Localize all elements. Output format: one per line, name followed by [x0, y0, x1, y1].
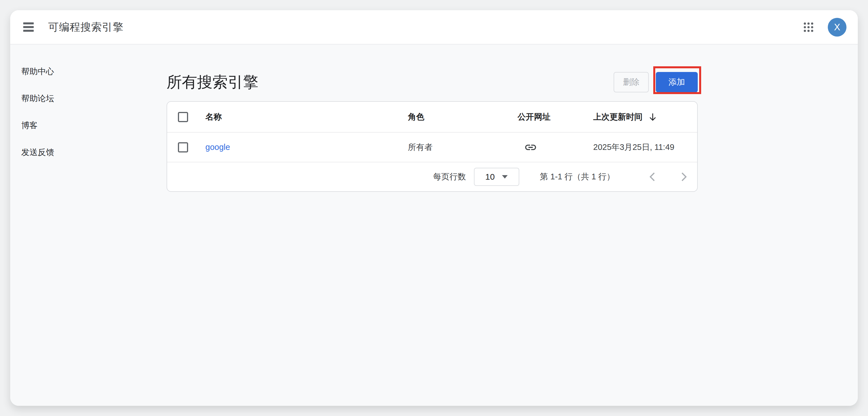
table-row: google 所有者 2025年3月25日, 11:49 [167, 132, 697, 162]
pagination-range-text: 第 1-1 行（共 1 行） [540, 171, 615, 182]
column-header-role: 角色 [408, 111, 518, 123]
engine-last-updated: 2025年3月25日, 11:49 [593, 142, 697, 153]
sidebar-item-help-forum[interactable]: 帮助论坛 [21, 85, 140, 112]
table-pagination: 每页行数 10 第 1-1 行（共 1 行） [167, 162, 697, 191]
next-page-button[interactable] [677, 171, 690, 183]
main-panel: 所有搜索引擎 删除 添加 名称 角色 公开网址 上次更新时间 [166, 44, 698, 192]
column-header-name: 名称 [206, 111, 408, 123]
engine-role: 所有者 [408, 142, 518, 153]
sidebar: 帮助中心 帮助论坛 博客 发送反馈 [21, 58, 140, 166]
column-header-last-updated[interactable]: 上次更新时间 [593, 111, 697, 123]
search-engines-table: 名称 角色 公开网址 上次更新时间 google [166, 101, 698, 192]
sidebar-item-help-center[interactable]: 帮助中心 [21, 58, 140, 85]
add-button[interactable]: 添加 [656, 72, 698, 92]
sidebar-item-blog[interactable]: 博客 [21, 112, 140, 139]
previous-page-button[interactable] [647, 171, 659, 183]
apps-grid-icon[interactable] [802, 21, 815, 33]
column-header-public-url: 公开网址 [518, 111, 593, 123]
rows-per-page-label: 每页行数 [433, 171, 466, 182]
engine-name-link[interactable]: google [206, 143, 230, 152]
top-app-bar: 可编程搜索引擎 X [10, 10, 858, 44]
delete-button[interactable]: 删除 [614, 72, 649, 92]
caret-down-icon [502, 175, 508, 179]
sidebar-item-send-feedback[interactable]: 发送反馈 [21, 139, 140, 166]
row-checkbox[interactable] [178, 142, 188, 152]
avatar[interactable]: X [828, 18, 846, 36]
app-window: 可编程搜索引擎 X 帮助中心 帮助论坛 博客 发送反馈 所有搜索引擎 删 [10, 10, 858, 406]
select-all-checkbox[interactable] [178, 112, 188, 122]
sort-desc-icon [648, 112, 658, 122]
page-title: 所有搜索引擎 [166, 72, 258, 93]
app-title: 可编程搜索引擎 [48, 20, 124, 34]
hamburger-menu-icon[interactable] [23, 22, 34, 32]
public-url-link-icon[interactable] [524, 141, 537, 154]
rows-per-page-select[interactable]: 10 [474, 168, 519, 186]
content-area: 帮助中心 帮助论坛 博客 发送反馈 所有搜索引擎 删除 添加 名称 [10, 44, 858, 406]
table-header-row: 名称 角色 公开网址 上次更新时间 [167, 102, 697, 132]
